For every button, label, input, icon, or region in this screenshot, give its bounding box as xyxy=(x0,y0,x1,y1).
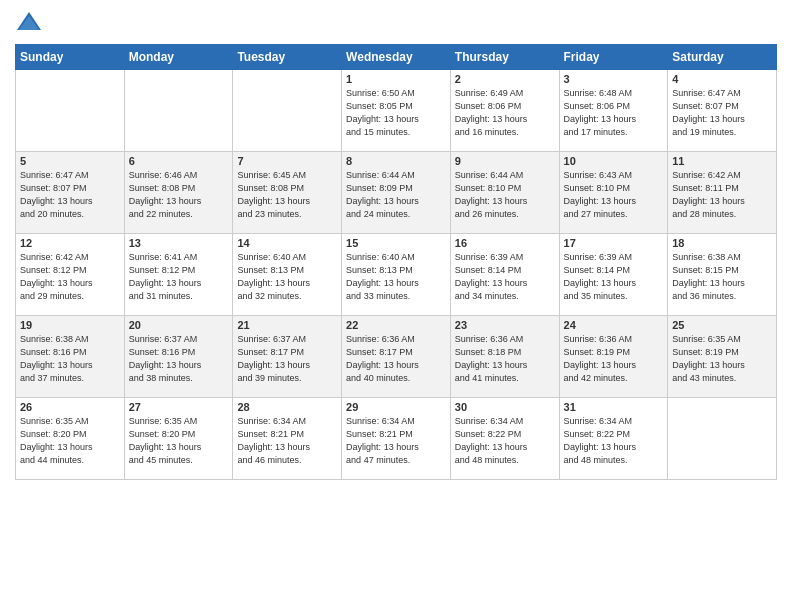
day-number: 29 xyxy=(346,401,446,413)
day-cell: 26Sunrise: 6:35 AM Sunset: 8:20 PM Dayli… xyxy=(16,398,125,480)
day-info: Sunrise: 6:36 AM Sunset: 8:17 PM Dayligh… xyxy=(346,333,446,385)
day-info: Sunrise: 6:39 AM Sunset: 8:14 PM Dayligh… xyxy=(564,251,664,303)
header-cell-tuesday: Tuesday xyxy=(233,45,342,70)
day-cell: 9Sunrise: 6:44 AM Sunset: 8:10 PM Daylig… xyxy=(450,152,559,234)
day-info: Sunrise: 6:35 AM Sunset: 8:20 PM Dayligh… xyxy=(129,415,229,467)
day-number: 13 xyxy=(129,237,229,249)
day-cell xyxy=(233,70,342,152)
week-row-5: 26Sunrise: 6:35 AM Sunset: 8:20 PM Dayli… xyxy=(16,398,777,480)
day-info: Sunrise: 6:37 AM Sunset: 8:16 PM Dayligh… xyxy=(129,333,229,385)
day-number: 2 xyxy=(455,73,555,85)
day-cell: 28Sunrise: 6:34 AM Sunset: 8:21 PM Dayli… xyxy=(233,398,342,480)
day-number: 8 xyxy=(346,155,446,167)
day-cell: 27Sunrise: 6:35 AM Sunset: 8:20 PM Dayli… xyxy=(124,398,233,480)
week-row-1: 1Sunrise: 6:50 AM Sunset: 8:05 PM Daylig… xyxy=(16,70,777,152)
day-cell: 10Sunrise: 6:43 AM Sunset: 8:10 PM Dayli… xyxy=(559,152,668,234)
day-cell: 13Sunrise: 6:41 AM Sunset: 8:12 PM Dayli… xyxy=(124,234,233,316)
day-number: 19 xyxy=(20,319,120,331)
day-cell: 30Sunrise: 6:34 AM Sunset: 8:22 PM Dayli… xyxy=(450,398,559,480)
day-info: Sunrise: 6:45 AM Sunset: 8:08 PM Dayligh… xyxy=(237,169,337,221)
day-number: 15 xyxy=(346,237,446,249)
day-cell xyxy=(16,70,125,152)
day-number: 30 xyxy=(455,401,555,413)
day-info: Sunrise: 6:40 AM Sunset: 8:13 PM Dayligh… xyxy=(237,251,337,303)
day-cell: 17Sunrise: 6:39 AM Sunset: 8:14 PM Dayli… xyxy=(559,234,668,316)
calendar-table: SundayMondayTuesdayWednesdayThursdayFrid… xyxy=(15,44,777,480)
day-info: Sunrise: 6:36 AM Sunset: 8:18 PM Dayligh… xyxy=(455,333,555,385)
day-cell: 29Sunrise: 6:34 AM Sunset: 8:21 PM Dayli… xyxy=(342,398,451,480)
day-info: Sunrise: 6:44 AM Sunset: 8:10 PM Dayligh… xyxy=(455,169,555,221)
day-number: 5 xyxy=(20,155,120,167)
day-cell: 21Sunrise: 6:37 AM Sunset: 8:17 PM Dayli… xyxy=(233,316,342,398)
day-info: Sunrise: 6:47 AM Sunset: 8:07 PM Dayligh… xyxy=(672,87,772,139)
day-cell: 14Sunrise: 6:40 AM Sunset: 8:13 PM Dayli… xyxy=(233,234,342,316)
day-number: 4 xyxy=(672,73,772,85)
day-cell: 16Sunrise: 6:39 AM Sunset: 8:14 PM Dayli… xyxy=(450,234,559,316)
day-info: Sunrise: 6:43 AM Sunset: 8:10 PM Dayligh… xyxy=(564,169,664,221)
week-row-4: 19Sunrise: 6:38 AM Sunset: 8:16 PM Dayli… xyxy=(16,316,777,398)
day-number: 10 xyxy=(564,155,664,167)
day-number: 7 xyxy=(237,155,337,167)
day-cell: 6Sunrise: 6:46 AM Sunset: 8:08 PM Daylig… xyxy=(124,152,233,234)
day-number: 12 xyxy=(20,237,120,249)
day-cell: 8Sunrise: 6:44 AM Sunset: 8:09 PM Daylig… xyxy=(342,152,451,234)
day-info: Sunrise: 6:49 AM Sunset: 8:06 PM Dayligh… xyxy=(455,87,555,139)
day-cell: 1Sunrise: 6:50 AM Sunset: 8:05 PM Daylig… xyxy=(342,70,451,152)
header-cell-thursday: Thursday xyxy=(450,45,559,70)
day-info: Sunrise: 6:34 AM Sunset: 8:22 PM Dayligh… xyxy=(564,415,664,467)
day-cell: 11Sunrise: 6:42 AM Sunset: 8:11 PM Dayli… xyxy=(668,152,777,234)
day-cell: 15Sunrise: 6:40 AM Sunset: 8:13 PM Dayli… xyxy=(342,234,451,316)
day-number: 31 xyxy=(564,401,664,413)
day-cell: 5Sunrise: 6:47 AM Sunset: 8:07 PM Daylig… xyxy=(16,152,125,234)
day-info: Sunrise: 6:41 AM Sunset: 8:12 PM Dayligh… xyxy=(129,251,229,303)
day-info: Sunrise: 6:37 AM Sunset: 8:17 PM Dayligh… xyxy=(237,333,337,385)
header-row: SundayMondayTuesdayWednesdayThursdayFrid… xyxy=(16,45,777,70)
header-cell-sunday: Sunday xyxy=(16,45,125,70)
day-number: 6 xyxy=(129,155,229,167)
day-cell: 24Sunrise: 6:36 AM Sunset: 8:19 PM Dayli… xyxy=(559,316,668,398)
day-cell: 19Sunrise: 6:38 AM Sunset: 8:16 PM Dayli… xyxy=(16,316,125,398)
logo xyxy=(15,10,47,38)
day-info: Sunrise: 6:34 AM Sunset: 8:21 PM Dayligh… xyxy=(346,415,446,467)
day-info: Sunrise: 6:34 AM Sunset: 8:22 PM Dayligh… xyxy=(455,415,555,467)
day-cell: 31Sunrise: 6:34 AM Sunset: 8:22 PM Dayli… xyxy=(559,398,668,480)
day-number: 3 xyxy=(564,73,664,85)
day-cell: 7Sunrise: 6:45 AM Sunset: 8:08 PM Daylig… xyxy=(233,152,342,234)
header-cell-wednesday: Wednesday xyxy=(342,45,451,70)
day-cell xyxy=(668,398,777,480)
day-number: 18 xyxy=(672,237,772,249)
day-info: Sunrise: 6:39 AM Sunset: 8:14 PM Dayligh… xyxy=(455,251,555,303)
day-number: 9 xyxy=(455,155,555,167)
day-info: Sunrise: 6:35 AM Sunset: 8:20 PM Dayligh… xyxy=(20,415,120,467)
header-cell-friday: Friday xyxy=(559,45,668,70)
day-cell: 25Sunrise: 6:35 AM Sunset: 8:19 PM Dayli… xyxy=(668,316,777,398)
day-info: Sunrise: 6:36 AM Sunset: 8:19 PM Dayligh… xyxy=(564,333,664,385)
day-cell: 20Sunrise: 6:37 AM Sunset: 8:16 PM Dayli… xyxy=(124,316,233,398)
day-cell: 4Sunrise: 6:47 AM Sunset: 8:07 PM Daylig… xyxy=(668,70,777,152)
day-number: 22 xyxy=(346,319,446,331)
day-info: Sunrise: 6:46 AM Sunset: 8:08 PM Dayligh… xyxy=(129,169,229,221)
header xyxy=(15,10,777,38)
day-info: Sunrise: 6:50 AM Sunset: 8:05 PM Dayligh… xyxy=(346,87,446,139)
day-cell: 22Sunrise: 6:36 AM Sunset: 8:17 PM Dayli… xyxy=(342,316,451,398)
day-info: Sunrise: 6:47 AM Sunset: 8:07 PM Dayligh… xyxy=(20,169,120,221)
day-cell: 12Sunrise: 6:42 AM Sunset: 8:12 PM Dayli… xyxy=(16,234,125,316)
day-number: 26 xyxy=(20,401,120,413)
day-info: Sunrise: 6:44 AM Sunset: 8:09 PM Dayligh… xyxy=(346,169,446,221)
day-number: 24 xyxy=(564,319,664,331)
logo-icon xyxy=(15,10,43,38)
week-row-3: 12Sunrise: 6:42 AM Sunset: 8:12 PM Dayli… xyxy=(16,234,777,316)
day-info: Sunrise: 6:35 AM Sunset: 8:19 PM Dayligh… xyxy=(672,333,772,385)
day-number: 16 xyxy=(455,237,555,249)
day-info: Sunrise: 6:34 AM Sunset: 8:21 PM Dayligh… xyxy=(237,415,337,467)
day-info: Sunrise: 6:42 AM Sunset: 8:12 PM Dayligh… xyxy=(20,251,120,303)
day-info: Sunrise: 6:38 AM Sunset: 8:15 PM Dayligh… xyxy=(672,251,772,303)
day-info: Sunrise: 6:38 AM Sunset: 8:16 PM Dayligh… xyxy=(20,333,120,385)
day-number: 20 xyxy=(129,319,229,331)
page: SundayMondayTuesdayWednesdayThursdayFrid… xyxy=(0,0,792,612)
week-row-2: 5Sunrise: 6:47 AM Sunset: 8:07 PM Daylig… xyxy=(16,152,777,234)
day-info: Sunrise: 6:40 AM Sunset: 8:13 PM Dayligh… xyxy=(346,251,446,303)
day-number: 27 xyxy=(129,401,229,413)
header-cell-saturday: Saturday xyxy=(668,45,777,70)
day-number: 1 xyxy=(346,73,446,85)
